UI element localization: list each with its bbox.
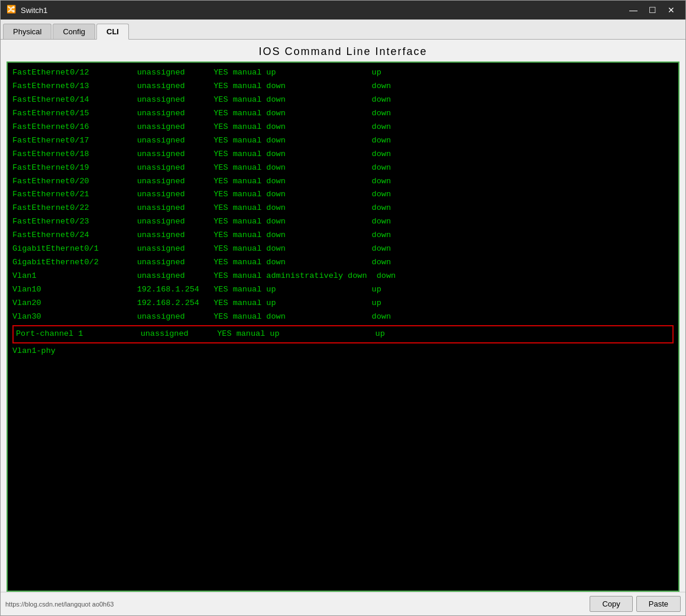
- paste-button[interactable]: Paste: [636, 596, 681, 612]
- cli-line: GigabitEthernet0/1 unassigned YES manual…: [12, 242, 674, 256]
- url-label: https://blog.csdn.net/langquot ao0h63: [5, 601, 114, 608]
- cli-line: FastEthernet0/20 unassigned YES manual d…: [12, 175, 674, 189]
- bottom-bar: https://blog.csdn.net/langquot ao0h63 Co…: [1, 592, 685, 615]
- maximize-button[interactable]: ☐: [644, 4, 661, 17]
- title-bar-controls: — ☐ ✕: [625, 4, 679, 17]
- cli-line: Vlan1 unassigned YES manual administrati…: [12, 270, 674, 283]
- app-icon: 🔀: [7, 5, 17, 15]
- cli-line: Vlan10 192.168.1.254 YES manual up up: [12, 283, 674, 297]
- cli-line: FastEthernet0/14 unassigned YES manual d…: [12, 93, 674, 107]
- cli-line: FastEthernet0/17 unassigned YES manual d…: [12, 134, 674, 148]
- main-window: 🔀 Switch1 — ☐ ✕ Physical Config CLI IOS …: [0, 0, 686, 616]
- cli-line: FastEthernet0/24 unassigned YES manual d…: [12, 229, 674, 242]
- copy-button[interactable]: Copy: [590, 596, 632, 612]
- cli-line: FastEthernet0/18 unassigned YES manual d…: [12, 148, 674, 161]
- cli-line: FastEthernet0/21 unassigned YES manual d…: [12, 188, 674, 202]
- title-bar: 🔀 Switch1 — ☐ ✕: [1, 1, 685, 20]
- cli-line: Vlan1-phy: [12, 345, 674, 358]
- cli-line: Port-channel 1 unassigned YES manual up …: [12, 325, 674, 343]
- cli-line: FastEthernet0/22 unassigned YES manual d…: [12, 202, 674, 215]
- cli-line: FastEthernet0/19 unassigned YES manual d…: [12, 161, 674, 175]
- title-bar-left: 🔀 Switch1: [7, 5, 48, 15]
- tab-cli[interactable]: CLI: [96, 24, 129, 40]
- cli-line: Vlan30 unassigned YES manual down down: [12, 310, 674, 324]
- cli-line: FastEthernet0/15 unassigned YES manual d…: [12, 107, 674, 121]
- cli-line: FastEthernet0/12 unassigned YES manual u…: [12, 66, 674, 80]
- tab-physical[interactable]: Physical: [3, 24, 51, 39]
- cli-scroll-area[interactable]: FastEthernet0/12 unassigned YES manual u…: [8, 63, 678, 591]
- cli-terminal[interactable]: FastEthernet0/12 unassigned YES manual u…: [7, 61, 679, 592]
- cli-line: Vlan20 192.168.2.254 YES manual up up: [12, 297, 674, 310]
- tab-config[interactable]: Config: [53, 24, 95, 39]
- cli-line: FastEthernet0/23 unassigned YES manual d…: [12, 215, 674, 229]
- cli-line: FastEthernet0/16 unassigned YES manual d…: [12, 121, 674, 134]
- cli-line: FastEthernet0/13 unassigned YES manual d…: [12, 80, 674, 93]
- cli-line: GigabitEthernet0/2 unassigned YES manual…: [12, 256, 674, 270]
- window-title: Switch1: [21, 6, 48, 15]
- tab-bar: Physical Config CLI: [1, 20, 685, 40]
- minimize-button[interactable]: —: [625, 4, 642, 17]
- close-button[interactable]: ✕: [663, 4, 679, 17]
- content-area: IOS Command Line Interface FastEthernet0…: [1, 40, 685, 615]
- page-title: IOS Command Line Interface: [1, 40, 685, 61]
- action-buttons: Copy Paste: [590, 596, 681, 612]
